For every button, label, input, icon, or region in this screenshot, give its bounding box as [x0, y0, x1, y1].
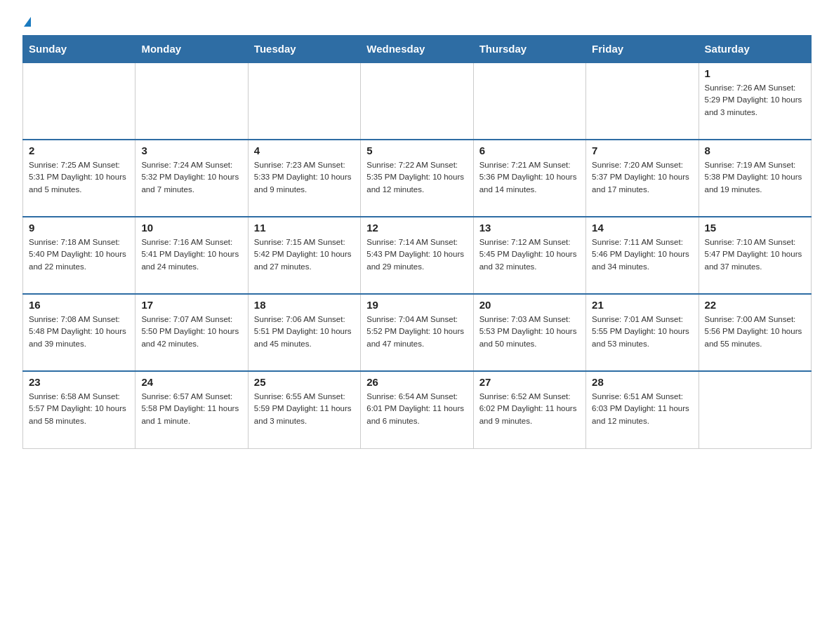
day-info: Sunrise: 7:14 AM Sunset: 5:43 PM Dayligh…: [366, 236, 467, 273]
day-info: Sunrise: 6:55 AM Sunset: 5:59 PM Dayligh…: [254, 391, 355, 427]
day-info: Sunrise: 7:07 AM Sunset: 5:50 PM Dayligh…: [141, 314, 241, 350]
calendar-day-cell: 13Sunrise: 7:12 AM Sunset: 5:45 PM Dayli…: [473, 217, 585, 294]
calendar-day-cell: [23, 62, 135, 140]
day-info: Sunrise: 7:03 AM Sunset: 5:53 PM Dayligh…: [479, 314, 580, 350]
calendar-day-cell: 7Sunrise: 7:20 AM Sunset: 5:37 PM Daylig…: [586, 140, 699, 217]
calendar-day-cell: [248, 62, 360, 140]
day-of-week-header: Sunday: [23, 36, 135, 63]
calendar-day-cell: [361, 62, 473, 140]
day-of-week-header: Thursday: [473, 36, 585, 63]
day-number: 16: [29, 299, 129, 311]
day-number: 26: [366, 376, 467, 388]
day-info: Sunrise: 7:25 AM Sunset: 5:31 PM Dayligh…: [29, 159, 129, 196]
day-info: Sunrise: 7:11 AM Sunset: 5:46 PM Dayligh…: [592, 236, 692, 273]
day-number: 1: [705, 67, 805, 79]
day-number: 4: [254, 145, 355, 156]
day-number: 3: [141, 145, 241, 156]
calendar-table: SundayMondayTuesdayWednesdayThursdayFrid…: [22, 35, 812, 449]
calendar-day-cell: 28Sunrise: 6:51 AM Sunset: 6:03 PM Dayli…: [586, 371, 699, 448]
day-of-week-header: Wednesday: [361, 36, 473, 63]
day-info: Sunrise: 7:23 AM Sunset: 5:33 PM Dayligh…: [254, 159, 355, 196]
calendar-day-cell: 12Sunrise: 7:14 AM Sunset: 5:43 PM Dayli…: [361, 217, 473, 294]
calendar-day-cell: 21Sunrise: 7:01 AM Sunset: 5:55 PM Dayli…: [586, 294, 699, 371]
day-number: 15: [705, 222, 805, 234]
day-info: Sunrise: 7:24 AM Sunset: 5:32 PM Dayligh…: [141, 159, 241, 196]
calendar-day-cell: 22Sunrise: 7:00 AM Sunset: 5:56 PM Dayli…: [699, 294, 811, 371]
calendar-day-cell: 17Sunrise: 7:07 AM Sunset: 5:50 PM Dayli…: [135, 294, 248, 371]
calendar-day-cell: 11Sunrise: 7:15 AM Sunset: 5:42 PM Dayli…: [248, 217, 360, 294]
day-number: 21: [592, 299, 692, 311]
day-info: Sunrise: 6:58 AM Sunset: 5:57 PM Dayligh…: [29, 391, 129, 427]
calendar-day-cell: 3Sunrise: 7:24 AM Sunset: 5:32 PM Daylig…: [135, 140, 248, 217]
calendar-day-cell: 6Sunrise: 7:21 AM Sunset: 5:36 PM Daylig…: [473, 140, 585, 217]
calendar-day-cell: [586, 62, 699, 140]
calendar-week-row: 1Sunrise: 7:26 AM Sunset: 5:29 PM Daylig…: [23, 62, 812, 140]
calendar-week-row: 2Sunrise: 7:25 AM Sunset: 5:31 PM Daylig…: [23, 140, 812, 217]
day-info: Sunrise: 7:22 AM Sunset: 5:35 PM Dayligh…: [366, 159, 467, 196]
calendar-day-cell: 9Sunrise: 7:18 AM Sunset: 5:40 PM Daylig…: [23, 217, 135, 294]
calendar-day-cell: 1Sunrise: 7:26 AM Sunset: 5:29 PM Daylig…: [699, 62, 811, 140]
day-number: 20: [479, 299, 580, 311]
day-info: Sunrise: 7:10 AM Sunset: 5:47 PM Dayligh…: [705, 236, 805, 273]
day-number: 12: [366, 222, 467, 234]
day-of-week-header: Friday: [586, 36, 699, 63]
calendar-day-cell: [135, 62, 248, 140]
calendar-day-cell: 16Sunrise: 7:08 AM Sunset: 5:48 PM Dayli…: [23, 294, 135, 371]
logo-triangle-icon: [24, 17, 31, 27]
day-info: Sunrise: 7:04 AM Sunset: 5:52 PM Dayligh…: [366, 314, 467, 350]
day-info: Sunrise: 6:54 AM Sunset: 6:01 PM Dayligh…: [366, 391, 467, 427]
day-info: Sunrise: 7:26 AM Sunset: 5:29 PM Dayligh…: [705, 82, 805, 119]
calendar-day-cell: 5Sunrise: 7:22 AM Sunset: 5:35 PM Daylig…: [361, 140, 473, 217]
day-number: 24: [141, 376, 241, 388]
day-info: Sunrise: 7:06 AM Sunset: 5:51 PM Dayligh…: [254, 314, 355, 350]
calendar-week-row: 16Sunrise: 7:08 AM Sunset: 5:48 PM Dayli…: [23, 294, 812, 371]
day-number: 5: [366, 145, 467, 156]
day-info: Sunrise: 7:21 AM Sunset: 5:36 PM Dayligh…: [479, 159, 580, 196]
day-info: Sunrise: 7:12 AM Sunset: 5:45 PM Dayligh…: [479, 236, 580, 273]
day-number: 28: [592, 376, 692, 388]
day-info: Sunrise: 6:57 AM Sunset: 5:58 PM Dayligh…: [141, 391, 241, 427]
day-info: Sunrise: 7:15 AM Sunset: 5:42 PM Dayligh…: [254, 236, 355, 273]
day-info: Sunrise: 6:51 AM Sunset: 6:03 PM Dayligh…: [592, 391, 692, 427]
day-number: 22: [705, 299, 805, 311]
day-info: Sunrise: 7:20 AM Sunset: 5:37 PM Dayligh…: [592, 159, 692, 196]
day-number: 6: [479, 145, 580, 156]
day-number: 9: [29, 222, 129, 234]
day-number: 8: [705, 145, 805, 156]
day-number: 2: [29, 145, 129, 156]
day-info: Sunrise: 7:16 AM Sunset: 5:41 PM Dayligh…: [141, 236, 241, 273]
calendar-day-cell: 25Sunrise: 6:55 AM Sunset: 5:59 PM Dayli…: [248, 371, 360, 448]
day-number: 23: [29, 376, 129, 388]
day-number: 14: [592, 222, 692, 234]
day-info: Sunrise: 7:01 AM Sunset: 5:55 PM Dayligh…: [592, 314, 692, 350]
calendar-day-cell: 19Sunrise: 7:04 AM Sunset: 5:52 PM Dayli…: [361, 294, 473, 371]
calendar-day-cell: 24Sunrise: 6:57 AM Sunset: 5:58 PM Dayli…: [135, 371, 248, 448]
day-of-week-header: Monday: [135, 36, 248, 63]
calendar-day-cell: 14Sunrise: 7:11 AM Sunset: 5:46 PM Dayli…: [586, 217, 699, 294]
calendar-day-cell: 23Sunrise: 6:58 AM Sunset: 5:57 PM Dayli…: [23, 371, 135, 448]
day-of-week-header: Saturday: [699, 36, 811, 63]
day-info: Sunrise: 7:08 AM Sunset: 5:48 PM Dayligh…: [29, 314, 129, 350]
page-header: [22, 17, 812, 27]
day-number: 11: [254, 222, 355, 234]
day-number: 10: [141, 222, 241, 234]
calendar-week-row: 9Sunrise: 7:18 AM Sunset: 5:40 PM Daylig…: [23, 217, 812, 294]
day-of-week-header: Tuesday: [248, 36, 360, 63]
calendar-day-cell: 26Sunrise: 6:54 AM Sunset: 6:01 PM Dayli…: [361, 371, 473, 448]
day-info: Sunrise: 6:52 AM Sunset: 6:02 PM Dayligh…: [479, 391, 580, 427]
calendar-day-cell: [473, 62, 585, 140]
calendar-day-cell: 2Sunrise: 7:25 AM Sunset: 5:31 PM Daylig…: [23, 140, 135, 217]
calendar-day-cell: 15Sunrise: 7:10 AM Sunset: 5:47 PM Dayli…: [699, 217, 811, 294]
calendar-header: SundayMondayTuesdayWednesdayThursdayFrid…: [23, 36, 812, 63]
day-info: Sunrise: 7:19 AM Sunset: 5:38 PM Dayligh…: [705, 159, 805, 196]
calendar-day-cell: 27Sunrise: 6:52 AM Sunset: 6:02 PM Dayli…: [473, 371, 585, 448]
calendar-body: 1Sunrise: 7:26 AM Sunset: 5:29 PM Daylig…: [23, 62, 812, 448]
day-number: 25: [254, 376, 355, 388]
day-number: 13: [479, 222, 580, 234]
calendar-week-row: 23Sunrise: 6:58 AM Sunset: 5:57 PM Dayli…: [23, 371, 812, 448]
calendar-day-cell: 18Sunrise: 7:06 AM Sunset: 5:51 PM Dayli…: [248, 294, 360, 371]
calendar-day-cell: 8Sunrise: 7:19 AM Sunset: 5:38 PM Daylig…: [699, 140, 811, 217]
day-number: 18: [254, 299, 355, 311]
header-row: SundayMondayTuesdayWednesdayThursdayFrid…: [23, 36, 812, 63]
calendar-day-cell: 20Sunrise: 7:03 AM Sunset: 5:53 PM Dayli…: [473, 294, 585, 371]
